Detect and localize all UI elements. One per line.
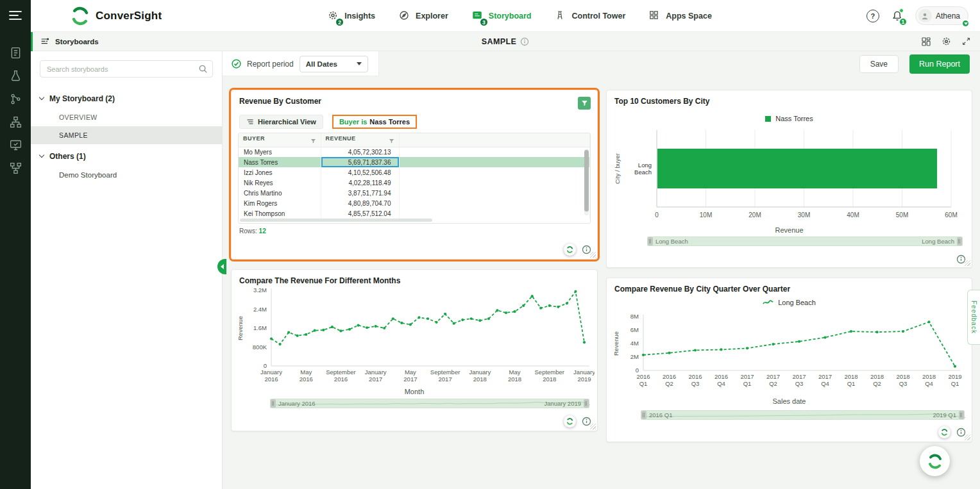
resize-grip[interactable] [965, 260, 970, 266]
expand-icon[interactable] [961, 37, 971, 46]
svg-text:May2016: May2016 [300, 369, 313, 383]
revenue-table: BUYER REVENUE Mo Myers4,05,72,302.13 Nas… [238, 133, 591, 224]
report-period-select[interactable]: All Dates [300, 56, 368, 72]
svg-text:40M: 40M [847, 211, 859, 219]
list-icon [246, 118, 254, 126]
svg-text:2017Q1: 2017Q1 [740, 373, 754, 387]
sidebar-item-demo-storyboard[interactable]: Demo Storyboard [31, 166, 222, 184]
range-slider[interactable]: Long Beach Long Beach [647, 236, 963, 246]
nav-item-storyboard[interactable]: 3 Storyboard [471, 10, 532, 22]
brand-logo[interactable]: ConverSight [71, 6, 218, 26]
hierarchy-icon[interactable] [9, 115, 22, 129]
table-row[interactable]: Nik Reyes4,02,28,118.49 [239, 178, 590, 188]
svg-text:Revenue: Revenue [237, 316, 244, 340]
column-header-revenue[interactable]: REVENUE [321, 133, 399, 147]
slider-handle-left[interactable] [641, 411, 646, 419]
sidebar-group-others[interactable]: Others (1) [31, 144, 222, 166]
sub-header: Storyboards SAMPLE [31, 32, 980, 51]
table-row[interactable]: Izzi Jones4,10,52,506.48 [239, 167, 590, 178]
svg-text:2018Q2: 2018Q2 [870, 373, 884, 387]
dashboard-canvas: Report period All Dates Save Run Report … [223, 51, 980, 489]
tab-hierarchical-view[interactable]: Hierarchical View [239, 115, 323, 129]
panel-footer-icons [564, 415, 591, 427]
nav-item-insights[interactable]: 2 Insights [327, 10, 375, 22]
nav-item-apps-space[interactable]: Apps Space [648, 10, 712, 22]
sidebar-group-my-storyboard[interactable]: My Storyboard (2) [31, 87, 222, 108]
svg-text:January2019: January2019 [573, 369, 595, 383]
filter-funnel-icon[interactable] [310, 138, 316, 144]
run-report-button[interactable]: Run Report [909, 54, 970, 74]
resize-grip[interactable] [590, 252, 596, 258]
search-wrap [40, 60, 213, 78]
conversight-bot-icon[interactable] [564, 244, 576, 256]
range-slider[interactable]: 2016 Q1 2019 Q1 [641, 410, 965, 420]
hamburger-menu-icon[interactable] [9, 10, 22, 21]
panel-footer-icons [938, 426, 966, 438]
resize-grip[interactable] [965, 435, 970, 440]
selected-cell[interactable]: 5,69,71,837.36 [321, 157, 399, 167]
slider-preview [641, 411, 965, 419]
svg-text:2018Q4: 2018Q4 [922, 373, 936, 387]
slider-handle-right[interactable] [957, 237, 962, 245]
legend-swatch[interactable] [765, 116, 771, 122]
column-header-buyer[interactable]: BUYER [239, 133, 321, 147]
table-row[interactable]: Kim Rogers4,80,89,704.70 [239, 198, 590, 208]
panel-footer-icons [564, 244, 591, 256]
horizontal-scrollbar[interactable] [240, 219, 432, 222]
sidebar-item-sample[interactable]: SAMPLE [31, 126, 222, 144]
user-name: Athena [936, 12, 960, 21]
help-icon[interactable]: ? [866, 10, 879, 22]
svg-text:Beach: Beach [634, 169, 652, 176]
filter-chip-buyer[interactable]: Buyer is Nass Torres [332, 115, 417, 129]
table-row[interactable]: Kei Thompson4,85,57,512.04 [239, 208, 590, 219]
sitemap-icon[interactable] [9, 162, 22, 175]
svg-text:May2017: May2017 [403, 369, 417, 383]
feedback-tab[interactable]: Feedback [967, 290, 980, 345]
legend-line-icon[interactable] [763, 299, 773, 306]
table-row-selected[interactable]: Nass Torres5,69,71,837.36 [239, 157, 590, 167]
branch-icon[interactable] [9, 92, 22, 106]
svg-text:10M: 10M [700, 211, 712, 219]
table-row[interactable]: Mo Myers4,05,72,302.13 [239, 147, 590, 157]
slider-handle-left[interactable] [648, 237, 653, 245]
search-icon[interactable] [198, 64, 208, 74]
search-input[interactable] [40, 60, 213, 78]
report-icon[interactable] [9, 46, 22, 60]
filter-button[interactable] [578, 97, 591, 110]
slider-start-label: 2016 Q1 [649, 411, 672, 419]
gear-icon[interactable] [941, 36, 952, 47]
rows-count: Rows: 12 [239, 228, 266, 235]
storyboard-icon: 3 [471, 10, 484, 22]
filter-funnel-icon[interactable] [389, 138, 394, 144]
breadcrumb[interactable]: Storyboards [40, 37, 232, 47]
slider-start-label: Long Beach [655, 237, 688, 245]
notifications-bell-icon[interactable]: 1 [891, 10, 904, 22]
slider-handle-right[interactable] [584, 399, 589, 408]
svg-text:50M: 50M [896, 211, 908, 219]
vertical-scrollbar[interactable] [584, 150, 589, 211]
range-slider[interactable]: January 2016 January 2019 [270, 399, 589, 408]
slider-handle-right[interactable] [959, 411, 964, 419]
monitor-check-icon[interactable] [9, 138, 22, 152]
user-menu[interactable]: Athena [915, 6, 968, 25]
view-tabs: Hierarchical View Buyer is Nass Torres [239, 115, 417, 129]
save-button[interactable]: Save [859, 55, 899, 73]
assistant-fab[interactable] [920, 446, 950, 476]
flask-icon[interactable] [9, 69, 22, 83]
title-info-icon[interactable] [520, 37, 529, 46]
nav-item-control-tower[interactable]: Control Tower [554, 10, 625, 22]
slider-handle-left[interactable] [271, 399, 276, 408]
page-title: SAMPLE [232, 37, 779, 46]
resize-grip[interactable] [590, 424, 596, 429]
conversight-bot-icon[interactable] [938, 426, 950, 438]
chevron-down-icon [39, 153, 44, 158]
sidebar-item-overview[interactable]: OVERVIEW [31, 108, 222, 126]
nav-item-explorer[interactable]: Explorer [398, 10, 448, 22]
conversight-bot-icon[interactable] [564, 415, 576, 427]
subheader-actions [779, 36, 971, 47]
column-header-empty [399, 133, 590, 147]
table-row[interactable]: Chris Martino3,87,51,771.94 [239, 188, 590, 198]
main-nav: 2 Insights Explorer 3 Storyboard Control… [218, 10, 821, 22]
funnel-icon [581, 100, 588, 107]
layout-grid-icon[interactable] [921, 37, 931, 47]
